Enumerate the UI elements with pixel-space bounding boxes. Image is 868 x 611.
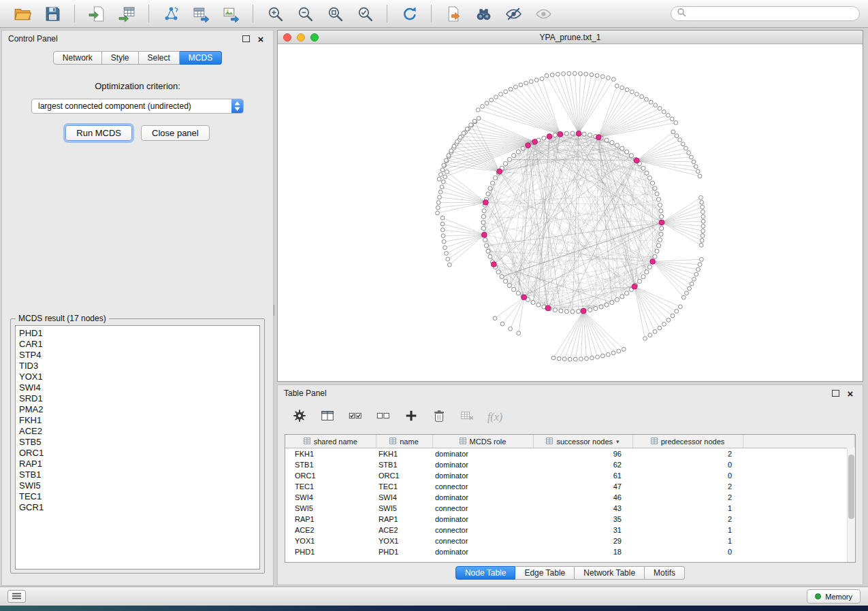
table-delete-icon (460, 408, 475, 425)
node-table: shared namenameMCDS rolesuccessor nodes▾… (285, 434, 856, 563)
mcds-result-item[interactable]: ACE2 (16, 426, 259, 437)
table-tab-network-table[interactable]: Network Table (575, 566, 645, 580)
mcds-result-item[interactable]: STB1 (16, 469, 259, 480)
memory-button[interactable]: Memory (807, 589, 861, 604)
table-settings-button[interactable] (290, 408, 309, 427)
column-header-predecessor-nodes[interactable]: predecessor nodes (632, 435, 743, 448)
show-all-button[interactable] (529, 2, 558, 25)
network-window-title: YPA_prune.txt_1 (278, 33, 863, 42)
export-table-button[interactable] (187, 2, 215, 25)
mcds-result-item[interactable]: STB5 (16, 437, 259, 448)
export-network-button[interactable] (439, 2, 468, 25)
node-table-row[interactable]: TEC1TEC1connector472 (285, 481, 855, 492)
control-panel-title: Control Panel (8, 34, 58, 44)
network-window-titlebar[interactable]: YPA_prune.txt_1 (278, 31, 863, 44)
add-column-button[interactable] (402, 408, 421, 427)
control-tab-network[interactable]: Network (53, 51, 102, 65)
node-table-row[interactable]: STB1STB1dominator620 (285, 459, 855, 470)
clear-table-button[interactable] (457, 408, 477, 427)
mcds-result-item[interactable]: GCR1 (16, 502, 259, 513)
float-table-panel-button[interactable] (829, 388, 841, 399)
deselect-all-button[interactable] (374, 408, 393, 427)
function-builder-button[interactable]: f(x) (485, 408, 504, 427)
zoom-out-button[interactable] (291, 2, 319, 25)
node-table-row[interactable]: ORC1ORC1dominator610 (285, 470, 855, 481)
zoom-in-button[interactable] (261, 2, 289, 25)
search-box[interactable] (671, 6, 860, 21)
zoom-out-icon (297, 5, 314, 22)
mcds-result-item[interactable]: RAP1 (16, 459, 259, 469)
run-mcds-button[interactable]: Run MCDS (65, 125, 132, 141)
show-columns-button[interactable] (318, 408, 337, 427)
toolbar-separator (253, 5, 253, 22)
network-canvas[interactable] (278, 44, 863, 382)
close-icon: × (258, 34, 264, 44)
mcds-result-item[interactable]: FKH1 (16, 415, 259, 426)
node-table-row[interactable]: SWI5SWI5connector431 (285, 503, 855, 514)
mcds-result-item[interactable]: SRD1 (16, 393, 259, 404)
close-table-panel-button[interactable]: × (844, 388, 856, 399)
column-header-shared-name[interactable]: shared name (285, 435, 376, 448)
status-menu-button[interactable] (7, 590, 26, 603)
table-tab-node-table[interactable]: Node Table (455, 566, 516, 580)
table-panel-title: Table Panel (284, 389, 327, 398)
trash-icon (432, 408, 447, 425)
new-network-button[interactable] (157, 2, 185, 25)
optimization-criterion-label: Optimization criterion: (2, 81, 273, 91)
node-table-row[interactable]: SWI4SWI4dominator462 (285, 492, 855, 503)
mcds-result-item[interactable]: YOX1 (16, 371, 259, 382)
node-table-row[interactable]: FKH1FKH1dominator962 (285, 448, 855, 460)
table-tab-edge-table[interactable]: Edge Table (515, 566, 575, 580)
save-session-button[interactable] (38, 2, 67, 25)
control-panel-header: Control Panel × (2, 31, 273, 47)
toolbar-separator (148, 5, 149, 22)
delete-column-button[interactable] (430, 408, 449, 427)
sort-indicator-icon: ▾ (616, 438, 620, 445)
network-view-window: YPA_prune.txt_1 (277, 30, 863, 382)
select-all-button[interactable] (346, 408, 365, 427)
close-panel-button[interactable]: × (255, 33, 267, 44)
control-tab-style[interactable]: Style (102, 51, 139, 65)
mcds-result-item[interactable]: PMA2 (16, 404, 259, 415)
mcds-result-item[interactable]: ORC1 (16, 448, 259, 459)
node-table-row[interactable]: ACE2ACE2connector311 (285, 525, 855, 535)
open-session-button[interactable] (8, 2, 37, 25)
scrollbar-thumb[interactable] (848, 455, 854, 519)
refresh-layout-button[interactable] (395, 2, 423, 25)
dropdown-stepper-icon (231, 99, 243, 114)
zoom-selected-button[interactable] (351, 2, 379, 25)
node-table-row[interactable]: PHD1PHD1dominator180 (285, 546, 855, 557)
zoom-fit-button[interactable] (321, 2, 349, 25)
search-icon (677, 7, 686, 20)
column-header-MCDS-role[interactable]: MCDS role (432, 435, 533, 448)
mcds-result-item[interactable]: STP4 (16, 350, 259, 361)
column-grid-icon (546, 437, 553, 446)
mcds-result-item[interactable]: TID3 (16, 361, 259, 371)
export-image-button[interactable] (216, 2, 245, 25)
column-header-name[interactable]: name (376, 435, 432, 448)
column-header-successor-nodes[interactable]: successor nodes▾ (533, 435, 632, 448)
control-tab-mcds[interactable]: MCDS (180, 51, 222, 65)
mcds-result-item[interactable]: CAR1 (16, 339, 259, 350)
mcds-result-item[interactable]: TEC1 (16, 491, 259, 502)
save-floppy-icon (44, 5, 61, 22)
node-table-row[interactable]: RAP1RAP1dominator352 (285, 514, 855, 525)
hide-selected-button[interactable] (499, 2, 528, 25)
find-button[interactable] (469, 2, 498, 25)
import-table-button[interactable] (112, 2, 141, 25)
table-tab-motifs[interactable]: Motifs (645, 566, 685, 580)
import-network-button[interactable] (82, 2, 111, 25)
mcds-result-list[interactable]: PHD1CAR1STP4TID3YOX1SWI4SRD1PMA2FKH1ACE2… (15, 325, 260, 569)
columns-icon (320, 408, 335, 425)
mcds-result-item[interactable]: SWI4 (16, 382, 259, 393)
close-mcds-panel-button[interactable]: Close panel (141, 125, 210, 141)
node-table-row[interactable]: YOX1YOX1connector291 (285, 535, 855, 546)
mcds-result-item[interactable]: PHD1 (16, 328, 259, 339)
control-tab-select[interactable]: Select (139, 51, 180, 65)
float-panel-button[interactable] (240, 33, 252, 44)
mcds-result-item[interactable]: SWI5 (16, 480, 259, 491)
table-scrollbar[interactable] (847, 448, 855, 562)
status-bar: Memory (0, 587, 868, 606)
search-input[interactable] (690, 8, 854, 19)
criterion-dropdown[interactable]: largest connected component (undirected) (31, 99, 244, 114)
